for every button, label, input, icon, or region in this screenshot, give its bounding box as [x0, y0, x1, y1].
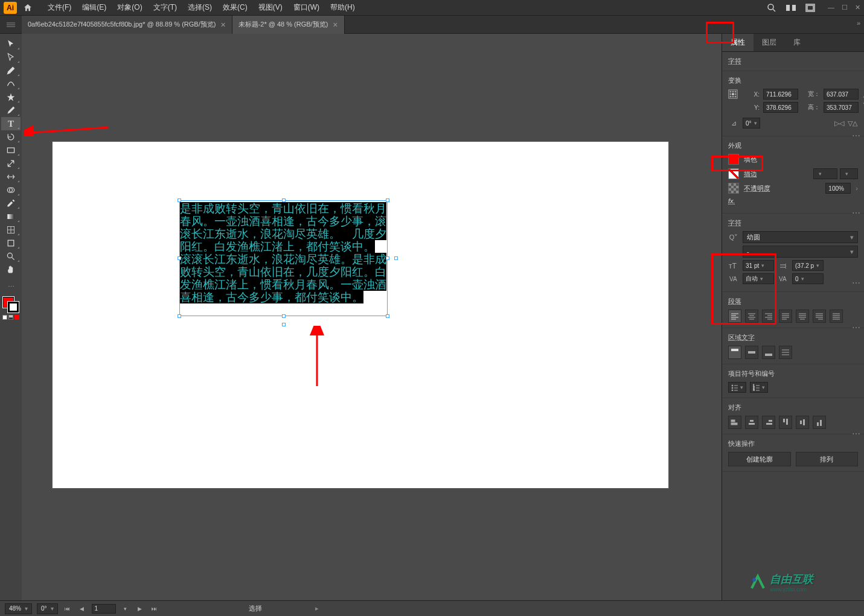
tab-properties[interactable]: 属性 — [722, 34, 754, 51]
color-mode-none[interactable] — [14, 315, 19, 320]
star-tool[interactable] — [1, 90, 21, 104]
zoom-tool[interactable] — [1, 250, 21, 263]
align-left-icon[interactable] — [728, 310, 741, 323]
handle[interactable] — [386, 198, 389, 202]
handle[interactable] — [178, 314, 181, 318]
handle[interactable] — [282, 314, 286, 318]
scale-tool[interactable] — [1, 157, 21, 170]
kerning-dropdown[interactable]: 自动 — [743, 273, 774, 284]
selection-tool[interactable] — [1, 37, 21, 51]
halign-center-icon[interactable] — [745, 416, 758, 429]
width-tool[interactable] — [1, 170, 21, 183]
close-button[interactable]: ✕ — [855, 4, 860, 11]
justify-center-icon[interactable] — [796, 310, 809, 323]
flip-h-icon[interactable]: ▷◁ — [834, 118, 845, 129]
opacity-swatch[interactable] — [728, 183, 739, 194]
direct-selection-tool[interactable] — [1, 51, 21, 64]
align-center-icon[interactable] — [745, 310, 758, 323]
handle[interactable] — [386, 314, 389, 318]
valign-middle-icon[interactable] — [745, 346, 758, 359]
stroke-swatch[interactable] — [8, 302, 19, 313]
opacity-input[interactable] — [825, 183, 851, 194]
menu-file[interactable]: 文件(F) — [42, 0, 77, 16]
last-page-icon[interactable]: ⏭ — [150, 604, 159, 614]
artboard[interactable]: 是非成败转头空，青山依旧在，惯看秋月春风。一壶浊酒喜相逢，古今多少事，滚滚长江东… — [52, 141, 669, 489]
valign-justify-icon[interactable] — [779, 346, 792, 359]
outport-handle[interactable] — [394, 256, 398, 260]
char-link[interactable]: 字符 — [728, 57, 741, 65]
handle[interactable] — [282, 198, 286, 202]
create-outlines-button[interactable]: 创建轮廓 — [728, 452, 791, 466]
valign-middle-obj-icon[interactable] — [796, 416, 809, 429]
valign-bottom-obj-icon[interactable] — [813, 416, 826, 429]
canvas-area[interactable]: 是非成败转头空，青山依旧在，惯看秋月春风。一壶浊酒喜相逢，古今多少事，滚滚长江东… — [22, 34, 722, 600]
fx-label[interactable]: fx. — [728, 197, 735, 205]
number-list-dropdown[interactable]: 123 — [750, 382, 768, 393]
type-tool[interactable]: T — [1, 117, 21, 130]
handle[interactable] — [178, 256, 181, 260]
stroke-weight-dropdown[interactable] — [813, 168, 837, 179]
search-font-icon[interactable]: Q˅ — [728, 232, 739, 243]
menu-select[interactable]: 选择(S) — [182, 0, 217, 16]
font-style-dropdown[interactable]: - — [743, 246, 858, 258]
menu-help[interactable]: 帮助(H) — [325, 0, 360, 16]
brush-tool[interactable] — [1, 104, 21, 117]
x-input[interactable] — [763, 89, 798, 100]
toolbar-more[interactable]: ⋯ — [1, 280, 21, 293]
justify-all-icon[interactable] — [830, 310, 843, 323]
close-icon[interactable]: × — [333, 20, 338, 30]
color-mode-gradient[interactable] — [8, 315, 13, 320]
stroke-type-dropdown[interactable] — [840, 168, 858, 179]
zoom-dropdown[interactable]: 48% — [5, 603, 32, 614]
collapse-icon[interactable]: » — [857, 19, 860, 27]
rotate-view-dropdown[interactable]: 0° — [37, 603, 58, 614]
align-right-icon[interactable] — [762, 310, 775, 323]
halign-right-icon[interactable] — [762, 416, 775, 429]
tab-libraries[interactable]: 库 — [785, 34, 809, 51]
w-input[interactable] — [824, 89, 859, 100]
y-input[interactable] — [763, 102, 798, 113]
artboard-tool[interactable] — [1, 237, 21, 250]
h-input[interactable] — [824, 102, 859, 113]
minimize-button[interactable]: — — [828, 4, 834, 11]
text-frame[interactable]: 是非成败转头空，青山依旧在，惯看秋月春风。一壶浊酒喜相逢，古今多少事，滚滚长江东… — [179, 200, 388, 316]
handle[interactable] — [386, 256, 389, 260]
rotate-dropdown[interactable]: 0° — [743, 118, 760, 129]
valign-top-icon[interactable] — [728, 346, 741, 359]
more-icon[interactable]: ⋯ — [852, 278, 860, 288]
gradient-tool[interactable] — [1, 210, 21, 223]
hand-tool[interactable] — [1, 263, 21, 276]
toolbar-handle[interactable] — [0, 16, 22, 34]
page-dd-icon[interactable]: ▾ — [121, 604, 130, 614]
doc-tab-0[interactable]: 0af6eb24c5182e7f405855fc5fcf80b.jpg* @ 8… — [22, 16, 232, 34]
handle[interactable] — [178, 198, 181, 202]
reference-point-icon[interactable] — [728, 89, 738, 100]
curvature-tool[interactable] — [1, 77, 21, 90]
flip-v-icon[interactable]: ▽△ — [847, 118, 858, 129]
tracking-dropdown[interactable]: 0 — [792, 273, 824, 284]
menu-edit[interactable]: 编辑(E) — [77, 0, 112, 16]
tab-layers[interactable]: 图层 — [754, 34, 785, 51]
prev-page-icon[interactable]: ◀ — [77, 604, 87, 614]
more-icon[interactable]: ⋯ — [852, 429, 860, 439]
valign-bottom-icon[interactable] — [762, 346, 775, 359]
menu-type[interactable]: 文字(T) — [148, 0, 182, 16]
fill-swatch[interactable] — [728, 154, 739, 165]
justify-right-icon[interactable] — [813, 310, 826, 323]
stroke-swatch[interactable] — [728, 168, 739, 179]
shape-builder-tool[interactable] — [1, 183, 21, 197]
menu-effect[interactable]: 效果(C) — [217, 0, 253, 16]
eyedropper-tool[interactable] — [1, 197, 21, 210]
page-number-input[interactable] — [92, 604, 116, 614]
doc-tab-1[interactable]: 未标题-2* @ 48 % (RGB/预览)× — [232, 16, 345, 34]
mesh-tool[interactable] — [1, 223, 21, 237]
color-swatch[interactable] — [3, 297, 19, 313]
menu-window[interactable]: 窗口(W) — [288, 0, 325, 16]
rotate-tool[interactable] — [1, 130, 21, 144]
leading-dropdown[interactable]: (37.2 p — [792, 260, 824, 271]
status-expand-icon[interactable]: ▸ — [315, 605, 319, 612]
next-page-icon[interactable]: ▶ — [135, 604, 145, 614]
outport-handle[interactable] — [282, 323, 286, 326]
first-page-icon[interactable]: ⏮ — [63, 604, 72, 614]
pen-tool[interactable] — [1, 64, 21, 77]
